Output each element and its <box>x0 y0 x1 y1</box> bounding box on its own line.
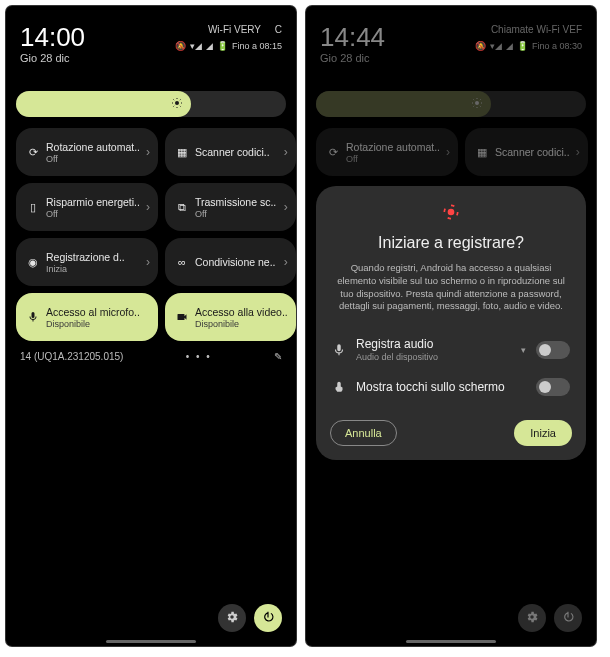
qr-icon: ▦ <box>475 145 489 159</box>
tile-qrscanner[interactable]: ▦ Scanner codici.. › <box>465 128 588 176</box>
record-audio-row[interactable]: Registra audio Audio del dispositivo ▾ <box>330 329 572 370</box>
qs-tiles: ⟳ Rotazione automat.. Off › ▦ Scanner co… <box>6 128 296 341</box>
camera-icon <box>175 310 189 324</box>
chevron-right-icon: › <box>284 200 288 214</box>
power-icon <box>261 610 275 627</box>
screen-record-dialog: Iniziare a registrare? Quando registri, … <box>316 186 586 460</box>
record-icon: ◉ <box>26 255 40 269</box>
chevron-right-icon: › <box>146 145 150 159</box>
date: Gio 28 dic <box>320 52 385 64</box>
battery-icon: 🔋 <box>217 41 228 51</box>
mute-icon: 🔕 <box>475 41 486 51</box>
settings-button[interactable] <box>518 604 546 632</box>
wifi-icon: ▾◢ <box>190 41 202 51</box>
status-bar: 14:44 Gio 28 dic Chiamate Wi-Fi VEF 🔕 ▾◢… <box>306 6 596 68</box>
signal-icon: ◢ <box>206 41 213 51</box>
carrier-label: Wi-Fi VERY <box>208 24 261 35</box>
tile-cast[interactable]: ⧉ Trasmissione sc.. Off › <box>165 183 296 231</box>
qs-footer: 14 (UQ1A.231205.015) • • • ✎ <box>6 341 296 372</box>
status-bar: 14:00 Gio 28 dic Wi-Fi VERY C 🔕 ▾◢ ◢ 🔋 F… <box>6 6 296 68</box>
chevron-right-icon: › <box>284 145 288 159</box>
chevron-right-icon: › <box>146 200 150 214</box>
rotate-icon: ⟳ <box>326 145 340 159</box>
tile-nearby-share[interactable]: ∞ Condivisione ne.. › <box>165 238 296 286</box>
qs-panel-right: 14:44 Gio 28 dic Chiamate Wi-Fi VEF 🔕 ▾◢… <box>306 6 596 646</box>
cancel-button[interactable]: Annulla <box>330 420 397 446</box>
brightness-icon <box>471 97 483 111</box>
dialog-title: Iniziare a registrare? <box>330 234 572 252</box>
chevron-right-icon: › <box>446 145 450 159</box>
chevron-right-icon: › <box>146 255 150 269</box>
tile-qrscanner[interactable]: ▦ Scanner codici.. › <box>165 128 296 176</box>
brightness-slider[interactable] <box>316 90 586 118</box>
qs-tiles: ⟳ Rotazione automat.. Off › ▦ Scanner co… <box>306 128 596 176</box>
nav-bar[interactable] <box>106 640 196 643</box>
mic-icon <box>332 343 346 357</box>
power-button[interactable] <box>254 604 282 632</box>
tile-autorotate[interactable]: ⟳ Rotazione automat.. Off › <box>16 128 158 176</box>
battery-icon: ▯ <box>26 200 40 214</box>
edit-icon[interactable]: ✎ <box>274 351 282 362</box>
tile-battery-saver[interactable]: ▯ Risparmio energeti.. Off › <box>16 183 158 231</box>
share-icon: ∞ <box>175 255 189 269</box>
brightness-icon <box>171 97 183 111</box>
power-button[interactable] <box>554 604 582 632</box>
chevron-right-icon: › <box>284 255 288 269</box>
brightness-slider[interactable] <box>16 90 286 118</box>
battery-icon: 🔋 <box>517 41 528 51</box>
chevron-right-icon: › <box>576 145 580 159</box>
tile-mic-access[interactable]: Accesso al microfo.. Disponibile <box>16 293 158 341</box>
tile-screen-record[interactable]: ◉ Registrazione d.. Inizia › <box>16 238 158 286</box>
touch-icon <box>332 380 346 394</box>
date: Gio 28 dic <box>20 52 85 64</box>
record-target-icon <box>330 202 572 222</box>
page-indicator: • • • <box>186 351 212 362</box>
wifi-icon: ▾◢ <box>490 41 502 51</box>
dialog-body: Quando registri, Android ha accesso a qu… <box>330 262 572 313</box>
cast-icon: ⧉ <box>175 200 189 214</box>
power-icon <box>561 610 575 627</box>
rotate-icon: ⟳ <box>26 145 40 159</box>
mic-icon <box>26 310 40 324</box>
svg-point-1 <box>475 101 479 105</box>
start-button[interactable]: Inizia <box>514 420 572 446</box>
battery-text: Fino a 08:15 <box>232 41 282 51</box>
gear-icon <box>525 610 539 627</box>
clock: 14:00 <box>20 24 85 50</box>
mute-icon: 🔕 <box>175 41 186 51</box>
record-audio-toggle[interactable] <box>536 341 570 359</box>
chevron-down-icon[interactable]: ▾ <box>521 345 526 355</box>
carrier-label: Chiamate Wi-Fi VEF <box>475 24 582 35</box>
tile-autorotate[interactable]: ⟳ Rotazione automat.. Off › <box>316 128 458 176</box>
show-touches-toggle[interactable] <box>536 378 570 396</box>
svg-point-2 <box>449 210 454 215</box>
tile-camera-access[interactable]: Accesso alla video.. Disponibile <box>165 293 296 341</box>
battery-text: Fino a 08:30 <box>532 41 582 51</box>
clock: 14:44 <box>320 24 385 50</box>
svg-point-0 <box>175 101 179 105</box>
build-label: 14 (UQ1A.231205.015) <box>20 351 123 362</box>
qr-icon: ▦ <box>175 145 189 159</box>
qs-panel-left: 14:00 Gio 28 dic Wi-Fi VERY C 🔕 ▾◢ ◢ 🔋 F… <box>6 6 296 646</box>
show-touches-row[interactable]: Mostra tocchi sullo schermo <box>330 370 572 404</box>
status-extra: C <box>275 24 282 35</box>
nav-bar[interactable] <box>406 640 496 643</box>
settings-button[interactable] <box>218 604 246 632</box>
signal-icon: ◢ <box>506 41 513 51</box>
gear-icon <box>225 610 239 627</box>
